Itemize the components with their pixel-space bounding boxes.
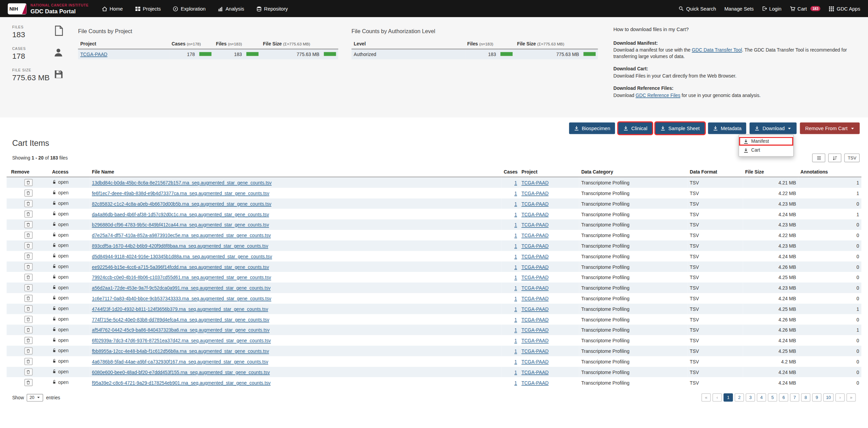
biospecimen-button[interactable]: Biospecimen (569, 122, 615, 134)
menu-item-manifest[interactable]: Manifest (739, 137, 793, 146)
remove-file-button[interactable] (24, 337, 32, 344)
brand[interactable]: NIH NATIONAL CANCER INSTITUTE GDC Data P… (8, 3, 89, 14)
remove-file-button[interactable] (24, 305, 32, 313)
project-link[interactable]: TCGA-PAAD (522, 253, 549, 259)
nav-item-analysis[interactable]: Analysis (218, 6, 244, 11)
pagination-button[interactable]: » (846, 393, 856, 401)
gdc-data-transfer-tool-link[interactable]: GDC Data Transfer Tool (692, 47, 742, 53)
cases-link[interactable]: 1 (514, 337, 517, 343)
remove-file-button[interactable] (24, 210, 32, 218)
file-name-link[interactable]: 4744f23f-1d20-4932-b811-124f3656b379.rna… (92, 306, 268, 312)
cases-link[interactable]: 1 (514, 380, 517, 385)
project-link[interactable]: TCGA-PAAD (522, 211, 549, 217)
file-name-link[interactable]: af54f762-0442-45c9-ba86-840437323ba6.rna… (92, 327, 269, 333)
remove-file-button[interactable] (24, 253, 32, 260)
cases-link[interactable]: 1 (514, 190, 517, 196)
tsv-export-button[interactable]: TSV (844, 153, 860, 162)
pagination-button[interactable]: 2 (735, 393, 744, 401)
gdc-reference-files-link[interactable]: GDC Reference Files (636, 92, 680, 98)
remove-file-button[interactable] (24, 316, 32, 323)
manage-sets-button[interactable]: Manage Sets (724, 6, 754, 11)
file-name-link[interactable]: ee922546-b15e-4cc6-a715-5a396f14fcdd.rna… (92, 264, 269, 270)
page-size-select[interactable]: 20 (27, 394, 43, 401)
cases-link[interactable]: 1 (514, 222, 517, 227)
project-link[interactable]: TCGA-PAAD (522, 222, 549, 227)
menu-item-cart[interactable]: Cart (739, 146, 793, 155)
file-name-link[interactable]: b296880d-cf96-4783-9b5c-849bf412ca44.rna… (92, 222, 269, 227)
remove-file-button[interactable] (24, 242, 32, 249)
cases-link[interactable]: 1 (514, 253, 517, 259)
cases-link[interactable]: 1 (514, 348, 517, 354)
pagination-button[interactable]: 5 (768, 393, 778, 401)
file-name-link[interactable]: 6f02939a-7dc3-47d6-9376-87251ea37d42.rna… (92, 337, 271, 343)
pagination-button[interactable]: « (701, 393, 711, 401)
project-link[interactable]: TCGA-PAAD (522, 295, 549, 301)
remove-from-cart-button[interactable]: Remove From Cart (800, 122, 859, 134)
nav-item-home[interactable]: Home (102, 6, 123, 11)
nav-item-repository[interactable]: Repository (256, 6, 288, 11)
project-link[interactable]: TCGA-PAAD (80, 52, 107, 57)
pagination-button[interactable]: 3 (746, 393, 755, 401)
remove-file-button[interactable] (24, 368, 32, 375)
file-name-link[interactable]: 82c85832-c1c2-4c8a-a0eb-4b6670d00b5b.rna… (92, 201, 271, 206)
project-link[interactable]: TCGA-PAAD (522, 243, 549, 248)
project-link[interactable]: TCGA-PAAD (522, 348, 549, 354)
file-name-link[interactable]: 1c6e7117-0a83-4b40-bbce-9cb537343333.rna… (92, 295, 271, 301)
project-link[interactable]: TCGA-PAAD (522, 232, 549, 238)
pagination-button[interactable]: › (835, 393, 845, 401)
pagination-button[interactable]: 4 (757, 393, 766, 401)
cases-link[interactable]: 1 (514, 243, 517, 248)
file-name-link[interactable]: 774f715e-5c42-40e0-83b8-dd789d4efca4.rna… (92, 317, 269, 322)
remove-file-button[interactable] (24, 200, 32, 207)
cases-link[interactable]: 1 (514, 369, 517, 375)
pagination-button[interactable]: 1 (724, 393, 733, 401)
remove-file-button[interactable] (24, 263, 32, 270)
cases-link[interactable]: 1 (514, 264, 517, 270)
remove-file-button[interactable] (24, 179, 32, 186)
pagination-button[interactable]: 6 (779, 393, 788, 401)
project-link[interactable]: TCGA-PAAD (522, 306, 549, 312)
remove-file-button[interactable] (24, 295, 32, 302)
project-link[interactable]: TCGA-PAAD (522, 264, 549, 270)
sort-button[interactable] (828, 153, 842, 162)
remove-file-button[interactable] (24, 221, 32, 228)
remove-file-button[interactable] (24, 232, 32, 239)
file-name-link[interactable]: f95a39e2-c8c6-4721-9a29-d178254eb901.rna… (92, 380, 270, 385)
file-name-link[interactable]: a56d2aa1-72de-453e-9a7f-9c52dca0a991.rna… (92, 285, 270, 290)
login-button[interactable]: Login (762, 6, 782, 11)
pagination-button[interactable]: 10 (823, 393, 834, 401)
gdc-apps-button[interactable]: GDC Apps (829, 6, 860, 11)
nav-item-projects[interactable]: Projects (135, 6, 161, 11)
metadata-button[interactable]: Metadata (708, 122, 746, 134)
project-link[interactable]: TCGA-PAAD (522, 359, 549, 364)
pagination-button[interactable]: 8 (801, 393, 811, 401)
remove-file-button[interactable] (24, 379, 32, 386)
cart-button[interactable]: Cart 183 (790, 6, 821, 11)
file-name-link[interactable]: d5d84944-9118-4024-916e-130345b1d88a.rna… (92, 253, 272, 259)
quick-search-button[interactable]: Quick Search (679, 6, 716, 11)
cases-link[interactable]: 1 (514, 359, 517, 364)
cases-link[interactable]: 1 (514, 211, 517, 217)
remove-file-button[interactable] (24, 284, 32, 291)
project-link[interactable]: TCGA-PAAD (522, 327, 549, 333)
remove-file-button[interactable] (24, 358, 32, 365)
file-name-link[interactable]: d7e25a74-df57-410a-852a-a9873910ec5e.rna… (92, 232, 271, 238)
remove-file-button[interactable] (24, 274, 32, 281)
cases-link[interactable]: 1 (514, 180, 517, 185)
project-link[interactable]: TCGA-PAAD (522, 337, 549, 343)
pagination-button[interactable]: 7 (790, 393, 799, 401)
remove-file-button[interactable] (24, 347, 32, 355)
file-name-link[interactable]: 893cdf5a-1670-44b2-b6b9-420f9d8f8baa.rna… (92, 243, 268, 248)
cases-link[interactable]: 1 (514, 317, 517, 322)
project-link[interactable]: TCGA-PAAD (522, 317, 549, 322)
remove-file-button[interactable] (24, 190, 32, 197)
cases-link[interactable]: 1 (514, 232, 517, 238)
cases-link[interactable]: 1 (514, 327, 517, 333)
clinical-button[interactable]: Clinical (618, 122, 652, 134)
nav-item-exploration[interactable]: Exploration (173, 6, 206, 11)
cases-link[interactable]: 1 (514, 295, 517, 301)
cases-link[interactable]: 1 (514, 306, 517, 312)
file-name-link[interactable]: da4a86db-baed-4b6f-af38-1d57c92d0c1c.rna… (92, 211, 269, 217)
list-view-button[interactable] (812, 153, 826, 162)
file-name-link[interactable]: fe6f1ec7-deee-49ab-838d-e9b4d73377ca.rna… (92, 190, 269, 196)
